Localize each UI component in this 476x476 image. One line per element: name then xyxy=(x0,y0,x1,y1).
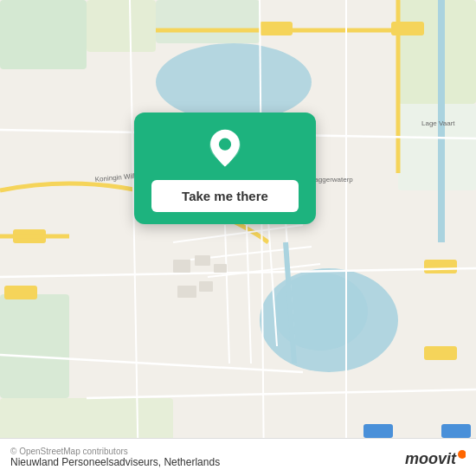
svg-rect-18 xyxy=(4,286,37,299)
bottom-bar: © OpenStreetMap contributors Nieuwland P… xyxy=(0,438,476,476)
map-background: Koningin Wilhelmina Alexanderweg Baggerw… xyxy=(0,0,476,476)
svg-rect-19 xyxy=(424,260,457,273)
svg-point-47 xyxy=(219,138,231,151)
svg-rect-6 xyxy=(156,0,260,43)
bottom-info: © OpenStreetMap contributors Nieuwland P… xyxy=(10,447,220,468)
svg-rect-42 xyxy=(195,255,210,266)
svg-point-2 xyxy=(156,43,312,121)
svg-rect-7 xyxy=(398,0,476,104)
svg-rect-9 xyxy=(0,294,69,398)
svg-point-49 xyxy=(458,450,466,459)
svg-rect-4 xyxy=(0,0,87,69)
svg-text:Baggerwaterp: Baggerwaterp xyxy=(310,176,353,183)
svg-rect-12 xyxy=(260,22,293,35)
svg-rect-44 xyxy=(177,286,196,298)
svg-text:Lage Vaart: Lage Vaart xyxy=(421,119,455,127)
moovit-logo-svg: moovit xyxy=(405,447,466,468)
take-me-there-button[interactable]: Take me there xyxy=(151,180,299,212)
svg-rect-45 xyxy=(199,281,213,292)
svg-rect-21 xyxy=(363,424,393,438)
svg-rect-20 xyxy=(424,346,457,360)
svg-rect-5 xyxy=(87,0,156,52)
popup-card: Take me there xyxy=(134,113,316,224)
svg-rect-22 xyxy=(441,424,471,438)
svg-rect-8 xyxy=(398,104,476,190)
moovit-logo: moovit xyxy=(405,447,466,468)
location-pin-icon xyxy=(204,128,246,170)
location-name: Nieuwland Personeelsadviseurs, Netherlan… xyxy=(10,456,220,468)
svg-rect-43 xyxy=(214,264,227,273)
svg-rect-41 xyxy=(173,260,190,273)
map-container: Koningin Wilhelmina Alexanderweg Baggerw… xyxy=(0,0,476,476)
svg-text:moovit: moovit xyxy=(405,450,457,467)
svg-rect-14 xyxy=(391,22,424,35)
copyright-text: © OpenStreetMap contributors xyxy=(10,447,220,456)
